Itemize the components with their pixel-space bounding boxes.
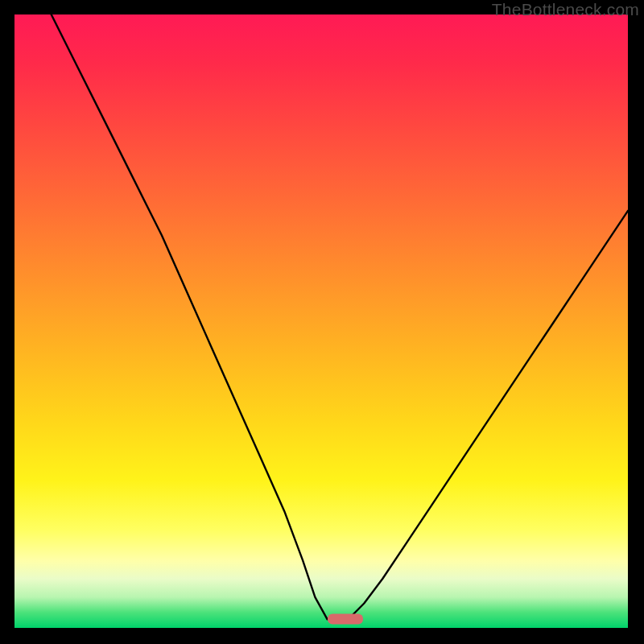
chart-frame: TheBottleneck.com: [0, 0, 644, 644]
plot-area: [14, 14, 628, 628]
minimum-marker: [328, 614, 363, 625]
curve-line: [52, 14, 628, 619]
watermark-text: TheBottleneck.com: [492, 0, 639, 19]
bottleneck-curve: [14, 14, 628, 628]
